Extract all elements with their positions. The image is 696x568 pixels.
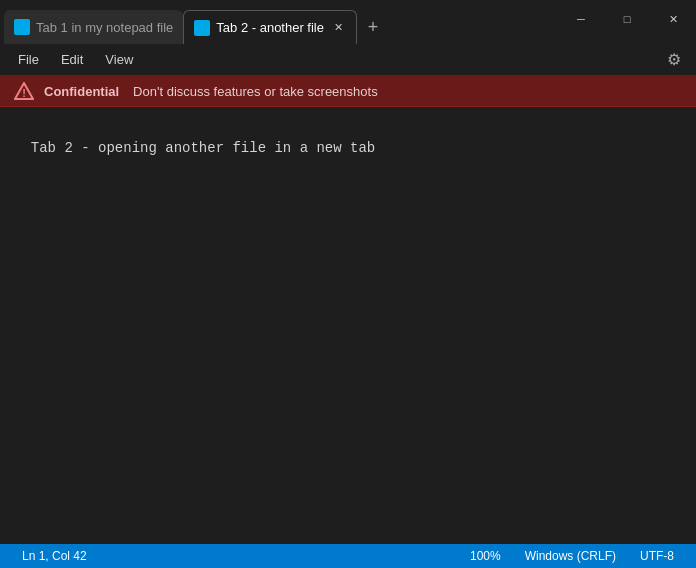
tab1-label: Tab 1 in my notepad file: [36, 20, 173, 35]
banner-bold-text: Confidential: [44, 84, 119, 99]
encoding[interactable]: UTF-8: [628, 544, 686, 568]
banner-detail-text: Don't discuss features or take screensho…: [133, 84, 378, 99]
edit-menu[interactable]: Edit: [51, 48, 93, 71]
tab2-label: Tab 2 - another file: [216, 20, 324, 35]
status-bar: Ln 1, Col 42 100% Windows (CRLF) UTF-8: [0, 544, 696, 568]
svg-text:!: !: [22, 87, 26, 99]
view-menu[interactable]: View: [95, 48, 143, 71]
file-menu[interactable]: File: [8, 48, 49, 71]
cursor-position[interactable]: Ln 1, Col 42: [10, 544, 99, 568]
menu-items: File Edit View: [8, 48, 143, 71]
tab2-icon: [194, 20, 210, 36]
editor-area[interactable]: Tab 2 - opening another file in a new ta…: [0, 107, 696, 544]
close-button[interactable]: ✕: [650, 4, 696, 34]
warning-triangle-icon: !: [14, 82, 34, 100]
minimize-button[interactable]: ─: [558, 4, 604, 34]
menu-bar: File Edit View ⚙: [0, 44, 696, 76]
maximize-button[interactable]: □: [604, 4, 650, 34]
tab-1[interactable]: Tab 1 in my notepad file: [4, 10, 183, 44]
tab2-close-button[interactable]: ✕: [330, 20, 346, 36]
zoom-level[interactable]: 100%: [458, 544, 513, 568]
editor-content: Tab 2 - opening another file in a new ta…: [31, 140, 375, 156]
confidential-banner: ! Confidential Don't discuss features or…: [0, 76, 696, 107]
settings-button[interactable]: ⚙: [660, 46, 688, 74]
tab1-icon: [14, 19, 30, 35]
new-tab-button[interactable]: +: [357, 10, 389, 44]
title-bar: Tab 1 in my notepad file Tab 2 - another…: [0, 0, 696, 44]
window-controls: ─ □ ✕: [558, 0, 696, 44]
line-ending[interactable]: Windows (CRLF): [513, 544, 628, 568]
tabs-area: Tab 1 in my notepad file Tab 2 - another…: [0, 0, 558, 44]
tab-2[interactable]: Tab 2 - another file ✕: [183, 10, 357, 44]
